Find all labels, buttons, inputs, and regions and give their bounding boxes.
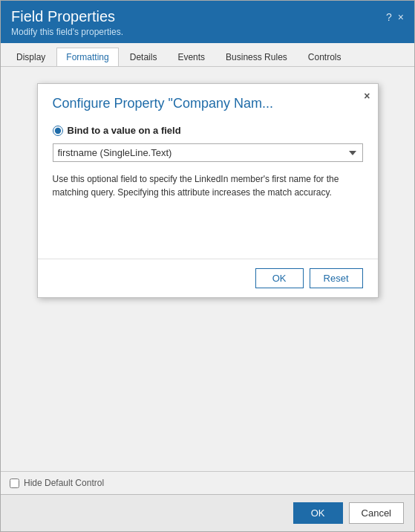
title-block: Field Properties Modify this field's pro…: [11, 8, 123, 37]
modal-ok-button[interactable]: OK: [255, 268, 304, 288]
bottom-section: Hide Default Control: [1, 471, 414, 494]
tab-display[interactable]: Display: [7, 48, 55, 66]
close-icon[interactable]: ×: [398, 11, 404, 23]
action-bar: OK Cancel: [1, 494, 414, 531]
hide-default-checkbox[interactable]: [10, 479, 19, 488]
dropdown-row: firstname (SingleLine.Text): [53, 143, 363, 162]
modal-dialog: × Configure Property "Company Nam... Bin…: [37, 83, 379, 298]
tab-details[interactable]: Details: [120, 48, 167, 66]
modal-reset-button[interactable]: Reset: [310, 268, 363, 288]
tab-controls[interactable]: Controls: [298, 48, 351, 66]
tab-events[interactable]: Events: [168, 48, 215, 66]
panel-title: Field Properties: [11, 8, 123, 25]
hide-default-row: Hide Default Control: [10, 478, 405, 488]
help-icon[interactable]: ?: [386, 11, 392, 23]
modal-footer: OK Reset: [38, 259, 378, 297]
field-dropdown[interactable]: firstname (SingleLine.Text): [53, 143, 363, 162]
panel-header: Field Properties Modify this field's pro…: [1, 1, 414, 43]
modal-content: Bind to a value on a field firstname (Si…: [38, 117, 378, 214]
action-cancel-button[interactable]: Cancel: [349, 502, 404, 524]
header-icons: ? ×: [386, 11, 404, 23]
radio-label: Bind to a value on a field: [68, 125, 181, 136]
modal-overlay: × Configure Property "Company Nam... Bin…: [10, 76, 405, 462]
hide-default-label: Hide Default Control: [24, 478, 104, 488]
modal-close-button[interactable]: ×: [364, 90, 370, 102]
field-properties-panel: Field Properties Modify this field's pro…: [0, 0, 415, 532]
tabs-row: Display Formatting Details Events Busine…: [1, 43, 414, 67]
tab-business-rules[interactable]: Business Rules: [216, 48, 297, 66]
description-text: Use this optional field to specify the L…: [53, 172, 363, 199]
action-ok-button[interactable]: OK: [293, 502, 343, 524]
panel-subtitle: Modify this field's properties.: [11, 27, 123, 37]
radio-row: Bind to a value on a field: [53, 125, 363, 136]
bind-radio[interactable]: [53, 126, 63, 136]
tab-formatting[interactable]: Formatting: [56, 48, 118, 66]
panel-body: × Configure Property "Company Nam... Bin…: [1, 67, 414, 471]
modal-title: Configure Property "Company Nam...: [38, 84, 378, 117]
